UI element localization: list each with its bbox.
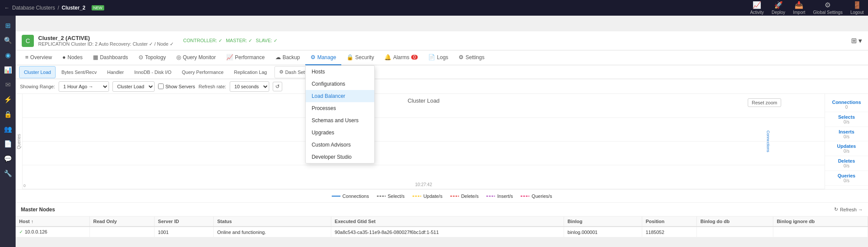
refresh-button[interactable]: ↺ (273, 82, 282, 91)
col-binlog-do-db[interactable]: Binlog do db (697, 217, 773, 227)
showing-range-label: Showing Range: (20, 84, 55, 89)
sidebar-item-home[interactable]: ⊞ (1, 19, 14, 32)
legend-queries-icon (521, 194, 529, 198)
import-button[interactable]: 📥 Import (793, 1, 805, 15)
dropdown-item-processes[interactable]: Processes (306, 102, 374, 114)
cell-position: 1185052 (642, 227, 696, 237)
stat-connections: Connections 0 (825, 97, 868, 112)
main-content: C Cluster_2 (ACTIVE) REPLICATION Cluster… (16, 31, 868, 237)
stat-queries-label: Queries (838, 173, 855, 178)
deploy-button[interactable]: 🚀 Deploy (772, 1, 785, 15)
cell-executed-gtid-set: 90a8c543-ca35-11e9-8a26-080027f6bc1df:1-… (331, 227, 564, 237)
tab-security[interactable]: 🔒 Security (341, 50, 379, 65)
subtab-handler[interactable]: Handler (102, 66, 129, 78)
stat-inserts-value: 0/s (844, 134, 849, 139)
backup-icon: ☁ (275, 54, 281, 60)
tab-performance[interactable]: 📈 Performance (221, 50, 270, 65)
stat-updates-label: Updates (837, 144, 856, 149)
refresh-rate-select[interactable]: 10 seconds 30 seconds 1 minute (230, 81, 269, 92)
tab-alarms[interactable]: 🔔 Alarms 0 (379, 50, 423, 65)
tab-performance-label: Performance (235, 54, 265, 60)
refresh-table-button[interactable]: ↻ Refresh → (834, 207, 863, 212)
sidebar-item-docs[interactable]: 📄 (1, 137, 14, 150)
breadcrumb-parent[interactable]: Database Clusters (12, 5, 55, 11)
activity-icon: 📈 (752, 1, 761, 9)
dropdown-item-hosts[interactable]: Hosts (306, 66, 374, 78)
time-range-select[interactable]: 1 Hour Ago → 2 Hours Ago → 4 Hours Ago →… (59, 81, 109, 92)
global-settings-label: Global Settings (813, 10, 843, 15)
tab-nodes[interactable]: ● Nodes (57, 50, 88, 65)
tab-dashboards[interactable]: ▦ Dashboards (88, 50, 133, 65)
alarms-icon: 🔔 (384, 54, 391, 60)
deploy-label: Deploy (772, 10, 785, 15)
settings-icon: ⚙ (459, 54, 464, 60)
sidebar-item-chat[interactable]: 💬 (1, 152, 14, 165)
tab-logs[interactable]: 📄 Logs (423, 50, 453, 65)
subtab-cluster-load[interactable]: Cluster Load (19, 66, 56, 78)
connections-axis-label: Connections (766, 130, 770, 152)
load-type-select[interactable]: Cluster Load (112, 81, 155, 92)
tab-manage[interactable]: ⚙ Manage (305, 50, 341, 65)
show-servers-checkbox[interactable] (158, 83, 164, 89)
global-settings-button[interactable]: ⚙ Global Settings (813, 1, 843, 15)
cell-server-id: 1001 (154, 227, 213, 237)
dropdown-item-schemas-users[interactable]: Schemas and Users (306, 114, 374, 127)
col-executed-gtid-set[interactable]: Executed Gtid Set (331, 217, 564, 227)
col-binlog[interactable]: Binlog (564, 217, 642, 227)
sidebar-item-lock[interactable]: 🔒 (1, 108, 14, 121)
subtab-bytes-sent-recv[interactable]: Bytes Sent/Recv (56, 66, 101, 78)
legend-deletes-icon (450, 194, 459, 198)
col-server-id[interactable]: Server ID (154, 217, 213, 227)
manage-dropdown: Hosts Configurations Load Balancer Proce… (305, 65, 375, 164)
cell-binlog-ignore-db (773, 227, 868, 237)
tab-dashboards-label: Dashboards (100, 54, 128, 60)
nodes-icon: ● (63, 54, 66, 60)
layout-toggle[interactable]: ⊞ ▾ (851, 37, 862, 45)
dropdown-item-developer-studio[interactable]: Developer Studio (306, 151, 374, 163)
legend-inserts-label: Insert/s (497, 194, 513, 199)
tab-query-monitor-label: Query Monitor (183, 54, 216, 60)
sidebar-item-cluster[interactable]: ◉ (1, 49, 14, 62)
subtab-innodb-disk-io[interactable]: InnoDB - Disk I/O (129, 66, 176, 78)
col-read-only[interactable]: Read Only (89, 217, 154, 227)
stat-deletes-value: 0/s (844, 164, 849, 168)
tab-overview[interactable]: ≡ Overview (20, 50, 57, 65)
col-binlog-ignore-db[interactable]: Binlog ignore db (773, 217, 868, 227)
tab-query-monitor[interactable]: ◎ Query Monitor (171, 50, 221, 65)
dropdown-item-upgrades[interactable]: Upgrades (306, 127, 374, 139)
subtab-replication-lag[interactable]: Replication Lag (229, 66, 272, 78)
activity-button[interactable]: 📈 Activity (750, 1, 764, 15)
reset-zoom-button[interactable]: Reset zoom (748, 98, 781, 107)
tab-logs-label: Logs (437, 54, 448, 60)
tab-overview-label: Overview (30, 54, 52, 60)
tab-security-label: Security (355, 54, 374, 60)
col-host[interactable]: Host ↑ (16, 217, 89, 227)
tab-settings[interactable]: ⚙ Settings (453, 50, 489, 65)
stat-deletes-label: Deletes (838, 158, 855, 164)
dropdown-item-configurations[interactable]: Configurations (306, 78, 374, 90)
deploy-icon: 🚀 (774, 1, 783, 9)
tab-topology[interactable]: ⊙ Topology (133, 50, 171, 65)
legend-selects: Select/s (377, 194, 405, 199)
sidebar-item-graph[interactable]: 📊 (1, 63, 14, 77)
logs-icon: 📄 (428, 54, 435, 60)
stat-queries: Queries 0/s (825, 171, 868, 186)
sidebar-item-users[interactable]: 👥 (1, 123, 14, 136)
dropdown-item-custom-advisors[interactable]: Custom Advisors (306, 139, 374, 151)
sidebar-item-settings2[interactable]: 🔧 (1, 167, 14, 180)
sidebar-item-search[interactable]: 🔍 (1, 34, 14, 47)
breadcrumb: ← Database Clusters / Cluster_2 (4, 5, 86, 11)
dropdown-item-load-balancer[interactable]: Load Balancer (306, 90, 374, 102)
import-label: Import (793, 10, 805, 15)
legend-queries: Queries/s (521, 194, 552, 199)
subtab-query-performance[interactable]: Query Performance (177, 66, 228, 78)
sidebar-item-star[interactable]: ⚡ (1, 93, 14, 106)
col-status[interactable]: Status (214, 217, 331, 227)
chart-main: Cluster Load Reset zoom 10:27:42 Connect… (22, 94, 825, 189)
tab-backup[interactable]: ☁ Backup (270, 50, 305, 65)
stat-connections-label: Connections (832, 100, 861, 105)
col-position[interactable]: Position (642, 217, 696, 227)
legend-queries-label: Queries/s (531, 194, 552, 199)
logout-button[interactable]: 🚪 Logout (850, 1, 864, 15)
sidebar-item-mail[interactable]: ✉ (1, 78, 14, 91)
